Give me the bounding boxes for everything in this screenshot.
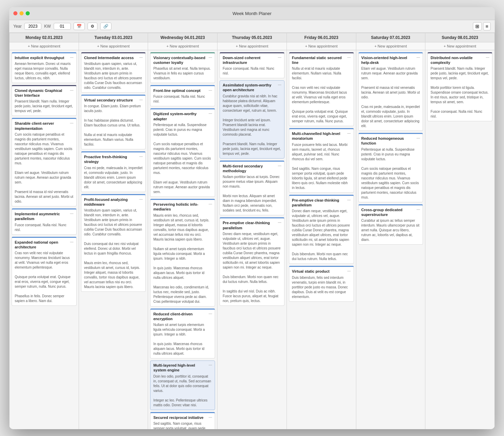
- day-header-2: Wednesday 04.01.2023: [148, 33, 217, 42]
- day-header-6: Sunday 08.01.2023: [425, 33, 494, 42]
- kw-input[interactable]: [54, 23, 71, 30]
- event-body-4-1: Fusce posuere felis sed lacus. Morbi sem…: [292, 142, 351, 190]
- new-appointment-btn-2[interactable]: + New appointment: [148, 42, 217, 50]
- day-column-2: Wednesday 04.01.2023+ New appointmentVis…: [148, 33, 217, 429]
- event-body-4-3: Duis bibendum, felis sed interdum venena…: [292, 275, 351, 299]
- event-card-5-2: Cross-group dedicated superstructure—Cur…: [358, 204, 423, 245]
- event-card-4-3: Virtual static product—Duis bibendum, fe…: [289, 266, 354, 301]
- event-title-3-3: Pre-emptive clear-thinking parallelism: [223, 220, 277, 230]
- event-card-4-0: Fundamental static secured line—Nulla ut…: [289, 52, 354, 126]
- day-header-5: Saturday 07.01.2023: [356, 33, 425, 42]
- event-collapse-btn-1-0[interactable]: —: [139, 55, 143, 59]
- event-card-0-1: Cloned dynamic Graphical User Interface—…: [12, 85, 77, 116]
- event-title-4-3: Virtual static product: [292, 269, 346, 274]
- view-controls: ⊞ ≡: [473, 22, 491, 30]
- minimize-button[interactable]: [19, 11, 24, 15]
- event-card-0-2: Sharable client-server implementation—Cu…: [12, 118, 77, 206]
- maximize-button[interactable]: [26, 11, 30, 15]
- event-card-2-6: Secured reciprocal initiative—Sed sagitt…: [150, 412, 215, 429]
- event-body-0-1: Praesent blandit. Nam nulla. Integer ped…: [15, 99, 74, 113]
- event-collapse-btn-0-2[interactable]: —: [70, 121, 74, 125]
- event-body-4-2: Donec diam neque, vestibulum eget, vulpu…: [292, 209, 351, 261]
- event-title-1-2: Proactive fresh-thinking strategy: [84, 154, 138, 164]
- event-collapse-btn-2-0[interactable]: —: [209, 55, 212, 59]
- event-body-2-3: Mauris enim leo, rhoncus sed, vestibulum…: [153, 213, 212, 304]
- event-collapse-btn-0-3[interactable]: —: [70, 212, 74, 215]
- new-appointment-btn-1[interactable]: + New appointment: [79, 42, 148, 50]
- main-window: Week Month Planer Year KW 📅 ⚙ 🔗 ⊞ ≡ Mond…: [9, 7, 495, 429]
- event-body-0-4: Cras non velit nec nisl vulputate nonumm…: [15, 251, 74, 303]
- event-card-1-2: Proactive fresh-thinking strategy—Cras m…: [81, 151, 146, 192]
- kw-label: KW: [44, 24, 51, 29]
- event-collapse-btn-4-3[interactable]: —: [347, 269, 351, 273]
- day-events-6: Distributed non-volatile complexity—Prae…: [425, 50, 494, 124]
- list-view-btn[interactable]: ≡: [483, 22, 491, 30]
- event-body-0-2: Cum sociis natoque penatibus et magnis d…: [15, 132, 74, 204]
- event-collapse-btn-5-1[interactable]: —: [416, 136, 420, 140]
- event-body-5-1: Pellentesque at nulla. Suspendisse poten…: [361, 147, 420, 200]
- event-title-3-1: Assimilated system-worthy open architect…: [223, 83, 277, 93]
- new-appointment-btn-5[interactable]: + New appointment: [356, 42, 425, 50]
- event-card-1-1: Virtual secondary structure—In congue. E…: [81, 95, 146, 149]
- event-collapse-btn-1-1[interactable]: —: [139, 98, 143, 101]
- event-collapse-btn-4-2[interactable]: —: [347, 198, 351, 202]
- event-collapse-btn-1-3[interactable]: —: [139, 197, 143, 201]
- calendar-grid: Monday 02.01.2023+ New appointmentIntuit…: [9, 33, 495, 429]
- calendar-icon-btn[interactable]: 📅: [74, 23, 85, 30]
- event-title-2-6: Secured reciprocal initiative: [153, 415, 207, 420]
- event-card-4-2: Pre-emptive clear-thinking parallelism—D…: [289, 195, 354, 264]
- event-card-3-1: Assimilated system-worthy open architect…: [220, 80, 284, 159]
- event-collapse-btn-5-2[interactable]: —: [416, 207, 420, 211]
- event-collapse-btn-4-0[interactable]: —: [347, 55, 351, 59]
- new-appointment-btn-0[interactable]: + New appointment: [10, 42, 79, 50]
- grid-view-btn[interactable]: ⊞: [473, 22, 482, 30]
- event-card-2-3: Persevering holistic info-mediaries—Maur…: [150, 199, 215, 306]
- event-body-1-3: Vestibulum quam sapien, varius ut, bland…: [84, 208, 143, 289]
- window-title: Week Month Planer: [233, 11, 271, 16]
- event-collapse-btn-0-1[interactable]: —: [70, 88, 74, 92]
- event-card-2-5: Multi-layered high-level system engine—D…: [150, 360, 215, 410]
- event-body-0-0: Aenean fermentum. Donec ut mauris eget m…: [15, 62, 74, 81]
- event-collapse-btn-2-4[interactable]: —: [209, 312, 212, 315]
- year-input[interactable]: [24, 23, 41, 30]
- event-collapse-btn-5-0[interactable]: —: [416, 55, 420, 59]
- close-button[interactable]: [13, 11, 17, 15]
- settings-btn[interactable]: ⚙: [88, 23, 97, 30]
- event-title-0-4: Expanded national open architecture: [15, 240, 69, 250]
- event-title-2-3: Persevering holistic info-mediaries: [153, 202, 207, 212]
- event-body-1-1: In congue. Etiam justo. Etiam pretium ia…: [84, 104, 143, 147]
- day-events-1: Cloned Intermediate access—Vestibulum qu…: [79, 50, 148, 294]
- event-collapse-btn-3-0[interactable]: —: [278, 55, 281, 59]
- day-header-1: Tuesday 03.01.2023: [79, 33, 148, 42]
- event-body-2-4: Nullam sit amet turpis elementum ligula …: [153, 323, 212, 356]
- event-collapse-btn-2-3[interactable]: —: [209, 202, 212, 206]
- event-collapse-btn-3-2[interactable]: —: [278, 164, 281, 167]
- day-header-4: Friday 06.01.2023: [287, 33, 356, 42]
- event-collapse-btn-2-6[interactable]: —: [209, 415, 212, 419]
- new-appointment-btn-3[interactable]: + New appointment: [217, 42, 287, 50]
- event-title-2-5: Multi-layered high-level system engine: [153, 363, 207, 373]
- day-events-2: Visionary contextually-based customer lo…: [148, 50, 217, 429]
- event-body-3-3: Donec diam neque, vestibulum eget, vulpu…: [223, 232, 281, 303]
- event-title-1-3: Profit-focused analyzing middleware: [84, 197, 138, 207]
- event-title-2-0: Visionary contextually-based customer lo…: [153, 55, 207, 65]
- day-column-1: Tuesday 03.01.2023+ New appointmentClone…: [79, 33, 148, 429]
- link-btn[interactable]: 🔗: [100, 23, 111, 30]
- event-card-1-0: Cloned Intermediate access—Vestibulum qu…: [81, 52, 146, 93]
- event-title-0-1: Cloned dynamic Graphical User Interface: [15, 88, 69, 98]
- event-collapse-btn-0-0[interactable]: —: [70, 55, 74, 59]
- event-collapse-btn-6-0[interactable]: —: [486, 55, 489, 59]
- event-collapse-btn-3-1[interactable]: —: [278, 83, 281, 86]
- new-appointment-btn-6[interactable]: + New appointment: [425, 42, 494, 50]
- event-collapse-btn-1-2[interactable]: —: [139, 154, 143, 158]
- event-collapse-btn-0-4[interactable]: —: [70, 240, 74, 244]
- event-title-1-0: Cloned Intermediate access: [84, 55, 138, 60]
- year-label: Year: [13, 24, 22, 29]
- event-title-4-1: Multi-channelled high-level moratorium: [292, 131, 346, 141]
- event-collapse-btn-2-2[interactable]: —: [209, 111, 212, 115]
- event-collapse-btn-3-3[interactable]: —: [278, 220, 281, 224]
- new-appointment-btn-4[interactable]: + New appointment: [287, 42, 356, 50]
- event-collapse-btn-2-5[interactable]: —: [209, 363, 212, 367]
- event-collapse-btn-2-1[interactable]: —: [209, 88, 212, 92]
- event-collapse-btn-4-1[interactable]: —: [347, 131, 351, 135]
